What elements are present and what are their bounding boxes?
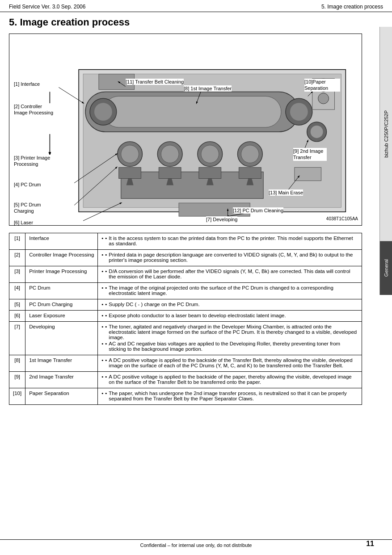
side-tab: bizhub C250P/C252P General — [379, 27, 392, 295]
svg-point-7 — [161, 145, 179, 163]
data-table: [1]Interface•It is the access system to … — [9, 233, 362, 405]
table-row: [6]Laser Exposure•Expose photo conductor… — [9, 311, 362, 322]
table-label: 2nd Image Transfer — [25, 372, 98, 388]
table-label: 1st Image Transfer — [25, 355, 98, 372]
table-desc-item: •D/A conversion will be performed after … — [101, 269, 358, 279]
table-label: Developing — [25, 322, 98, 355]
side-tab-bottom: General — [379, 241, 392, 295]
table-desc: •The image of the original projected ont… — [98, 283, 362, 299]
table-desc-item: •Printed data in page description langua… — [101, 252, 358, 263]
table-row: [3]Printer Image Processing•D/A conversi… — [9, 266, 362, 283]
side-tab-top: bizhub C250P/C252P — [379, 27, 392, 241]
table-desc-item: •The image of the original projected ont… — [101, 285, 358, 296]
table-num: [1] — [9, 233, 25, 250]
table-label: Interface — [25, 233, 98, 250]
svg-point-11 — [241, 145, 259, 163]
label-8: [8] 1st Image Transfer — [184, 85, 232, 92]
side-tab-bottom-text: General — [384, 259, 389, 277]
main-content: 5. Image creation process — [0, 12, 392, 409]
table-label: PC Drum — [25, 283, 98, 299]
svg-rect-29 — [119, 168, 141, 179]
table-num: [8] — [9, 355, 25, 372]
table-num: [10] — [9, 388, 25, 405]
table-desc-item: •Expose photo conductor to a laser beam … — [101, 313, 358, 318]
svg-rect-30 — [159, 168, 181, 179]
table-desc: •The paper, which has undergone the 2nd … — [98, 388, 362, 405]
page-number: 11 — [366, 540, 374, 548]
footer: Confidential – for internal use only, do… — [0, 539, 392, 548]
svg-point-9 — [201, 145, 219, 163]
table-label: Printer Image Processing — [25, 266, 98, 283]
table-row: [8]1st Image Transfer•A DC positive volt… — [9, 355, 362, 372]
table-num: [4] — [9, 283, 25, 299]
label-3: [3] Printer Image Processing — [14, 155, 54, 168]
svg-rect-32 — [239, 168, 261, 179]
table-desc: •Supply DC ( - ) charge on the PC Drum. — [98, 299, 362, 311]
table-num: [6] — [9, 311, 25, 322]
table-desc: •Expose photo conductor to a laser beam … — [98, 311, 362, 322]
svg-point-25 — [318, 93, 329, 104]
label-4: [4] PC Drum — [14, 181, 50, 188]
table-num: [3] — [9, 266, 25, 283]
table-desc: •The toner, agitated and negatively char… — [98, 322, 362, 355]
page-title: 5. Image creation process — [9, 17, 374, 28]
svg-point-18 — [94, 103, 112, 121]
svg-point-20 — [290, 103, 308, 121]
table-label: Paper Separation — [25, 388, 98, 405]
table-label: Laser Exposure — [25, 311, 98, 322]
table-desc-item: •Supply DC ( - ) charge on the PC Drum. — [101, 302, 358, 307]
label-1: [1] Interface — [14, 81, 40, 87]
table-num: [2] — [9, 250, 25, 266]
header-right: 5. Image creation process — [321, 4, 383, 10]
svg-point-5 — [121, 145, 139, 163]
side-tab-top-text: bizhub C250P/C252P — [384, 110, 389, 158]
label-13: [13] Main Erase — [269, 189, 303, 196]
label-9: [9] 2nd Image Transfer — [293, 148, 327, 161]
table-desc: •A DC positive voltage is applied to the… — [98, 355, 362, 372]
table-desc-item: •The toner, agitated and negatively char… — [101, 324, 358, 340]
table-desc-item: •A DC positive voltage is applied to the… — [101, 357, 358, 368]
table-row: [5]PC Drum Charging•Supply DC ( - ) char… — [9, 299, 362, 311]
diagram-svg — [9, 34, 362, 225]
page-header: Field Service Ver. 3.0 Sep. 2006 5. Imag… — [0, 0, 392, 12]
diagram-box: [1] Interface [2] Controller Image Proce… — [9, 34, 362, 226]
table-row: [10]Paper Separation•The paper, which ha… — [9, 388, 362, 405]
table-desc: •It is the access system to scan the pri… — [98, 233, 362, 250]
svg-rect-31 — [199, 168, 221, 179]
svg-rect-27 — [295, 168, 321, 181]
label-5: [5] PC Drum Charging — [14, 202, 52, 214]
table-desc-item: •The paper, which has undergone the 2nd … — [101, 391, 358, 401]
table-row: [7]Developing•The toner, agitated and ne… — [9, 322, 362, 355]
label-12: [12] PC Drum Cleaning — [233, 207, 283, 214]
table-label: PC Drum Charging — [25, 299, 98, 311]
svg-rect-3 — [103, 96, 281, 127]
label-2: [2] Controller Image Processing — [14, 103, 54, 116]
table-num: [9] — [9, 372, 25, 388]
diagram-code: 4038T1C105AA — [326, 216, 358, 222]
table-desc-item: •It is the access system to scan the pri… — [101, 235, 358, 246]
table-desc: •D/A conversion will be performed after … — [98, 266, 362, 283]
label-10: [10]Paper Separation — [304, 79, 340, 92]
table-num: [7] — [9, 322, 25, 355]
table-desc: •Printed data in page description langua… — [98, 250, 362, 266]
label-7: [7] Developing — [206, 216, 237, 223]
table-num: [5] — [9, 299, 25, 311]
footer-text: Confidential – for internal use only, do… — [140, 542, 252, 548]
header-left: Field Service Ver. 3.0 Sep. 2006 — [9, 4, 85, 10]
table-desc: •A DC positive voltage is applied to the… — [98, 372, 362, 388]
label-11: [11] Transfer Belt Cleaning — [126, 79, 184, 85]
svg-point-22 — [311, 126, 323, 138]
table-row: [2]Controller Image Processing•Printed d… — [9, 250, 362, 266]
table-row: [9]2nd Image Transfer•A DC positive volt… — [9, 372, 362, 388]
table-row: [1]Interface•It is the access system to … — [9, 233, 362, 250]
label-6: [6] Laser Exposure — [14, 219, 54, 226]
table-row: [4]PC Drum•The image of the original pro… — [9, 283, 362, 299]
table-desc-item: •A DC positive voltage is applied to the… — [101, 374, 358, 385]
table-desc-item: •AC and DC negative bias voltages are ap… — [101, 341, 358, 352]
table-label: Controller Image Processing — [25, 250, 98, 266]
